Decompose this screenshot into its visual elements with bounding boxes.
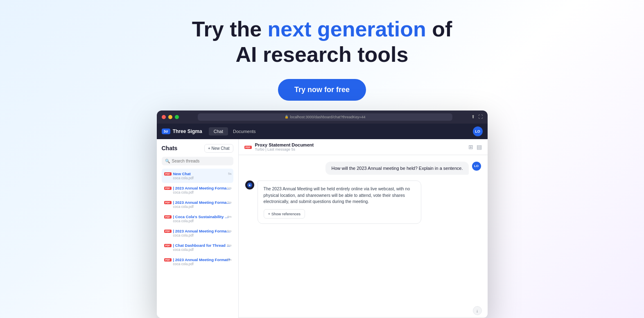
- search-input[interactable]: [172, 159, 230, 163]
- chat-name-6: | 2023 Annual Meeting Format?: [173, 257, 231, 262]
- chat-item-6[interactable]: PDF | 2023 Annual Meeting Format? coca c…: [162, 255, 233, 269]
- new-chat-button[interactable]: + New Chat: [204, 144, 233, 153]
- sidebar-header: Chats + New Chat: [162, 144, 233, 153]
- close-button[interactable]: [162, 115, 166, 119]
- chat-container: How will the 2023 Annual meeting be held…: [239, 155, 488, 318]
- chat-info-5: | Chat Dashboard for Thread 38 coca cola…: [173, 243, 231, 252]
- window-share-icon[interactable]: ⬆: [471, 114, 475, 120]
- sidebar: Chats + New Chat 🔍 PDF New Chat coca col…: [157, 139, 239, 318]
- search-box[interactable]: 🔍: [162, 157, 233, 165]
- messages-area: How will the 2023 Annual meeting be held…: [239, 155, 488, 317]
- pdf-badge: PDF: [164, 172, 172, 176]
- ai-message-text: The 2023 Annual Meeting will be held ent…: [264, 186, 415, 205]
- chat-sub-2: coca cola.pdf: [173, 205, 231, 209]
- chat-sub-1: coca cola.pdf: [173, 190, 231, 194]
- chat-name-4: | 2023 Annual Meeting Format Explanation: [173, 229, 231, 233]
- logo-text: Three Sigma: [173, 129, 202, 134]
- chat-name-0: New Chat: [173, 171, 231, 176]
- chat-time-1: 1m: [227, 186, 231, 190]
- hero-title: Try the next generation of AI research t…: [192, 16, 452, 68]
- user-message-bubble: How will the 2023 Annual meeting be held…: [325, 162, 468, 175]
- chat-name-2: | 2023 Annual Meeting Format Explanation: [173, 200, 231, 205]
- chat-info-1: | 2023 Annual Meeting Format Explanation…: [173, 186, 231, 194]
- sidebar-title: Chats: [162, 145, 178, 151]
- chat-sub-3: coca cola.pdf: [173, 219, 231, 223]
- svg-text:✦: ✦: [248, 183, 251, 187]
- chat-time-2: 2m: [227, 201, 231, 204]
- pdf-badge-5: PDF: [164, 244, 172, 247]
- chat-area: PDF Proxy Statement Document Turbo | Las…: [239, 139, 488, 318]
- chat-info-6: | 2023 Annual Meeting Format? coca cola.…: [173, 257, 231, 266]
- nav-documents[interactable]: Documents: [228, 127, 261, 135]
- chat-sub-0: coca cola.pdf: [173, 176, 231, 180]
- chat-sub-4: coca cola.pdf: [173, 233, 231, 237]
- grid-view-icon[interactable]: ⊞: [468, 144, 473, 150]
- window-fullscreen-icon[interactable]: ⛶: [478, 114, 483, 120]
- doc-info: Proxy Statement Document Turbo | Last me…: [255, 142, 314, 151]
- nav-chat[interactable]: Chat: [209, 127, 228, 135]
- ai-message-bubble: The 2023 Annual Meeting will be held ent…: [258, 180, 421, 224]
- ai-message-row: ✦ The 2023 Annual Meeting will be held e…: [245, 180, 481, 224]
- chat-sub-5: coca cola.pdf: [173, 248, 231, 252]
- pdf-badge-3: PDF: [164, 215, 172, 219]
- window-chrome: 🔒 localhost:3000/dashboard/chat?threadKe…: [157, 111, 488, 124]
- cta-button[interactable]: Try now for free: [278, 79, 366, 101]
- chat-name-3: | Coca Cola's Sustainability Goals.: [173, 214, 231, 219]
- chat-item-4[interactable]: PDF | 2023 Annual Meeting Format Explana…: [162, 226, 233, 240]
- chat-info-3: | Coca Cola's Sustainability Goals. coca…: [173, 214, 231, 223]
- pdf-badge-2: PDF: [164, 201, 172, 204]
- pdf-badge-4: PDF: [164, 230, 172, 233]
- doc-meta: Turbo | Last message 5s: [255, 147, 314, 151]
- chat-time-5: 6m: [227, 244, 231, 247]
- navbar-user-avatar[interactable]: LO: [473, 126, 483, 136]
- doc-title: Proxy Statement Document: [255, 142, 314, 147]
- user-message-avatar: LO: [472, 162, 481, 171]
- pdf-badge-1: PDF: [164, 187, 172, 190]
- show-references-button[interactable]: + Show references: [264, 209, 305, 219]
- search-icon: 🔍: [165, 159, 170, 163]
- chat-time-6: 9m: [227, 258, 231, 262]
- app-navbar: 3σ Three Sigma Chat Documents LO: [157, 124, 488, 139]
- chat-sub-6: coca cola.pdf: [173, 262, 231, 266]
- logo-badge: 3σ: [162, 129, 170, 134]
- chat-item-2[interactable]: PDF | 2023 Annual Meeting Format Explana…: [162, 197, 233, 212]
- maximize-button[interactable]: [175, 115, 179, 119]
- pdf-badge-6: PDF: [164, 258, 172, 262]
- app-content: Chats + New Chat 🔍 PDF New Chat coca col…: [157, 139, 488, 318]
- ai-avatar-icon: ✦: [245, 180, 254, 189]
- chat-info-4: | 2023 Annual Meeting Format Explanation…: [173, 229, 231, 237]
- window-actions: ⬆ ⛶: [471, 114, 483, 120]
- chat-info: New Chat coca cola.pdf: [173, 171, 231, 180]
- chat-name-1: | 2023 Annual Meeting Format Explanation: [173, 186, 231, 190]
- app-logo: 3σ Three Sigma: [162, 129, 202, 134]
- chat-item-0[interactable]: PDF New Chat coca cola.pdf 5s: [162, 169, 233, 183]
- chat-item-1[interactable]: PDF | 2023 Annual Meeting Format Explana…: [162, 183, 233, 197]
- address-text: localhost:3000/dashboard/chat?threadKey=…: [290, 115, 366, 119]
- chat-time-4: 6m: [227, 229, 231, 233]
- scroll-down-button[interactable]: ↓: [473, 306, 482, 315]
- chat-name-5: | Chat Dashboard for Thread 38: [173, 243, 231, 248]
- chat-list: PDF New Chat coca cola.pdf 5s PDF | 2023…: [162, 169, 233, 318]
- app-window: 🔒 localhost:3000/dashboard/chat?threadKe…: [157, 111, 488, 318]
- chat-info-2: | 2023 Annual Meeting Format Explanation…: [173, 200, 231, 209]
- list-view-icon[interactable]: ▤: [477, 144, 482, 150]
- chat-time-3: 4m: [227, 215, 231, 219]
- chat-item-3[interactable]: PDF | Coca Cola's Sustainability Goals. …: [162, 212, 233, 226]
- chat-time-0: 5s: [228, 172, 231, 176]
- nav-links: Chat Documents: [209, 127, 261, 135]
- minimize-button[interactable]: [168, 115, 172, 119]
- chat-item-5[interactable]: PDF | Chat Dashboard for Thread 38 coca …: [162, 240, 233, 255]
- chat-header: PDF Proxy Statement Document Turbo | Las…: [239, 139, 488, 155]
- address-bar[interactable]: 🔒 localhost:3000/dashboard/chat?threadKe…: [198, 113, 452, 121]
- header-actions: ⊞ ▤: [468, 144, 482, 150]
- doc-pdf-badge: PDF: [244, 146, 252, 149]
- hero-section: Try the next generation of AI research t…: [192, 0, 452, 101]
- user-message-row: How will the 2023 Annual meeting be held…: [245, 162, 481, 175]
- lock-icon: 🔒: [285, 115, 289, 119]
